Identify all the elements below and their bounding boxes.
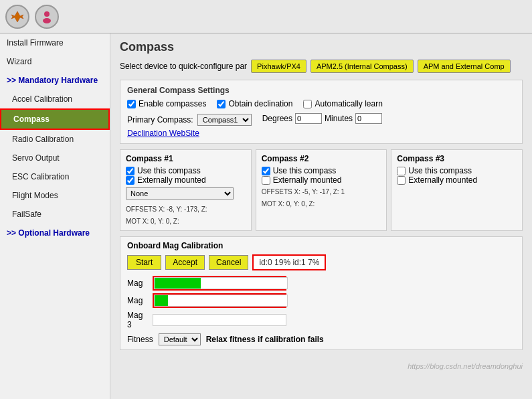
compass-panels: Compass #1 Use this compass Externally m… bbox=[120, 149, 523, 231]
mag-2-label: Mag bbox=[127, 296, 147, 305]
degrees-input[interactable] bbox=[295, 113, 322, 124]
plane-icon[interactable] bbox=[5, 5, 29, 29]
fitness-note: Relax fitness if calibration fails bbox=[206, 335, 324, 344]
mag-1-bar-outline bbox=[153, 276, 286, 291]
declination-link[interactable]: Declination WebSite bbox=[127, 129, 199, 138]
accept-button[interactable]: Accept bbox=[165, 255, 205, 270]
primary-compass-select[interactable]: Compass1 bbox=[197, 114, 252, 126]
compass2-offsets: OFFSETS X: -5, Y: -17, Z: 1 bbox=[262, 187, 381, 197]
onboard-section: Onboard Mag Calibration Start Accept Can… bbox=[120, 236, 523, 350]
top-bar bbox=[0, 0, 532, 33]
compass3-ext-checkbox[interactable]: Externally mounted bbox=[397, 175, 517, 185]
mag-rows: Mag Mag bbox=[127, 276, 515, 329]
mag-2-bar bbox=[155, 295, 168, 306]
sidebar-item-install-firmware[interactable]: Install Firmware bbox=[0, 33, 110, 52]
mag-2-bar-outline bbox=[153, 293, 286, 308]
sidebar-item-flight-modes[interactable]: Flight Modes bbox=[0, 186, 110, 205]
compass1-offsets: OFFSETS X: -8, Y: -173, Z: bbox=[126, 205, 246, 214]
mag-3-label: Mag 3 bbox=[127, 311, 147, 329]
page-title: Compass bbox=[120, 40, 523, 54]
fitness-select[interactable]: Default bbox=[159, 333, 201, 345]
watermark: https://blog.csdn.net/dreamdonghui bbox=[408, 362, 523, 370]
compass3-use-checkbox[interactable]: Use this compass bbox=[397, 166, 517, 175]
sidebar-item-mandatory-hardware[interactable]: >> Mandatory Hardware bbox=[0, 71, 110, 90]
compass-panel-1: Compass #1 Use this compass Externally m… bbox=[120, 149, 252, 231]
sidebar-item-accel-calibration[interactable]: Accel Calibration bbox=[0, 90, 110, 108]
auto-learn-checkbox[interactable]: Automatically learn bbox=[303, 99, 382, 108]
compass-2-title: Compass #2 bbox=[262, 154, 381, 163]
sidebar-item-servo-output[interactable]: Servo Output bbox=[0, 149, 110, 167]
primary-compass-label: Primary Compass: bbox=[127, 115, 193, 125]
cancel-button[interactable]: Cancel bbox=[209, 255, 248, 270]
sidebar-item-compass[interactable]: Compass bbox=[0, 108, 110, 130]
compass-1-title: Compass #1 bbox=[126, 154, 246, 163]
enable-compasses-checkbox[interactable]: Enable compasses bbox=[127, 99, 206, 108]
mag-row-3: Mag 3 bbox=[127, 311, 515, 329]
minutes-input[interactable] bbox=[355, 113, 382, 124]
mag-row-2: Mag bbox=[127, 293, 515, 308]
fitness-row: Fitness Default Relax fitness if calibra… bbox=[127, 333, 515, 345]
compass2-ext-checkbox[interactable]: Externally mounted bbox=[262, 175, 381, 185]
mag-1-label: Mag bbox=[127, 278, 147, 288]
sidebar-item-esc-calibration[interactable]: ESC Calibration bbox=[0, 167, 110, 186]
sidebar-item-failsafe[interactable]: FailSafe bbox=[0, 205, 110, 224]
compass-3-title: Compass #3 bbox=[397, 154, 517, 163]
mag-3-bar-container bbox=[153, 314, 286, 326]
fitness-label: Fitness bbox=[127, 335, 153, 344]
compass1-use-checkbox[interactable]: Use this compass bbox=[126, 166, 246, 175]
device-btn-pixhawk[interactable]: Pixhawk/PX4 bbox=[251, 60, 306, 73]
sidebar: Install Firmware Wizard >> Mandatory Har… bbox=[0, 33, 110, 399]
main-content: Compass Select device to quick-configure… bbox=[110, 33, 532, 399]
compass1-ext-checkbox[interactable]: Externally mounted bbox=[126, 175, 246, 185]
start-button[interactable]: Start bbox=[127, 255, 161, 270]
calibration-status: id:0 19% id:1 7% bbox=[252, 254, 326, 270]
degrees-label: Degrees bbox=[262, 114, 292, 123]
sidebar-item-radio-calibration[interactable]: Radio Calibration bbox=[0, 130, 110, 149]
device-btn-apm-external[interactable]: APM and External Comp bbox=[418, 60, 511, 73]
compass1-mot: MOT X: 0, Y: 0, Z: bbox=[126, 217, 246, 226]
general-settings: General Compass Settings Enable compasse… bbox=[120, 80, 523, 144]
mag-1-bar bbox=[155, 278, 201, 289]
onboard-buttons: Start Accept Cancel id:0 19% id:1 7% bbox=[127, 254, 515, 270]
svg-point-1 bbox=[43, 18, 51, 23]
minutes-label: Minutes bbox=[325, 114, 353, 123]
general-settings-title: General Compass Settings bbox=[127, 86, 515, 95]
compass-panel-3: Compass #3 Use this compass Externally m… bbox=[391, 149, 523, 231]
compass-panel-2: Compass #2 Use this compass Externally m… bbox=[256, 149, 387, 231]
device-btn-apm25[interactable]: APM2.5 (Internal Compass) bbox=[311, 60, 414, 73]
compass2-mot: MOT X: 0, Y: 0, Z: bbox=[262, 200, 381, 209]
person-icon[interactable] bbox=[35, 5, 59, 29]
obtain-declination-checkbox[interactable]: Obtain declination bbox=[217, 99, 292, 108]
svg-point-0 bbox=[44, 11, 50, 17]
mag-1-bar-container bbox=[154, 277, 288, 289]
compass2-use-checkbox[interactable]: Use this compass bbox=[262, 166, 381, 175]
device-select-label: Select device to quick-configure par bbox=[120, 62, 247, 71]
mag-row-1: Mag bbox=[127, 276, 515, 291]
onboard-title: Onboard Mag Calibration bbox=[127, 241, 515, 250]
compass1-type-select[interactable]: None bbox=[126, 187, 234, 200]
sidebar-item-optional-hardware[interactable]: >> Optional Hardware bbox=[0, 224, 110, 242]
device-select-row: Select device to quick-configure par Pix… bbox=[120, 60, 523, 73]
mag-2-bar-container bbox=[154, 295, 288, 307]
sidebar-item-wizard[interactable]: Wizard bbox=[0, 52, 110, 71]
